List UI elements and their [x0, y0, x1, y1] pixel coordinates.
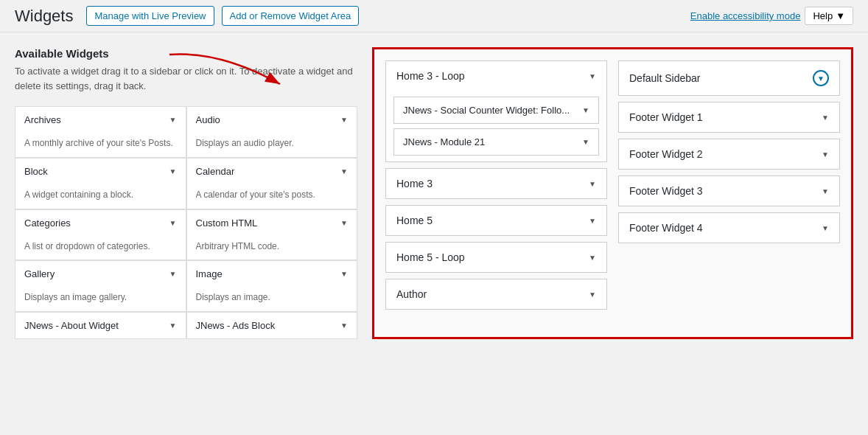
widget-label: Calendar — [196, 166, 235, 177]
col2-areas: Default Sidebar ▼ Footer Widget 1 ▼ Foot… — [618, 60, 840, 326]
inner-widget[interactable]: JNews - Social Counter Widget: Follo... … — [393, 97, 599, 124]
widget-item[interactable]: Archives ▼ A monthly archive of your sit… — [15, 106, 186, 158]
widget-area: Home 3 ▼ — [385, 168, 607, 199]
chevron-down-icon: ▼ — [822, 187, 829, 195]
chevron-down-icon: ▼ — [340, 167, 348, 175]
widget-area-header[interactable]: Footer Widget 4 ▼ — [619, 213, 839, 243]
chevron-down-icon: ▼ — [340, 270, 348, 278]
chevron-down-icon: ▼ — [822, 224, 829, 232]
chevron-down-icon: ▼ — [836, 10, 845, 21]
accessibility-link[interactable]: Enable accessibility mode — [690, 10, 801, 21]
widget-area-label: Home 5 — [396, 215, 433, 226]
widget-label: Gallery — [24, 268, 55, 279]
widget-header[interactable]: Block ▼ — [15, 159, 186, 184]
top-bar-left: Widgets Manage with Live Preview Add or … — [15, 6, 359, 26]
right-panel: Home 3 - Loop ▼ JNews - Social Counter W… — [372, 47, 853, 339]
chevron-down-icon: ▼ — [340, 219, 348, 227]
widget-label: JNews - About Widget — [24, 320, 119, 331]
widget-area-label: Footer Widget 2 — [629, 148, 703, 160]
chevron-down-icon: ▼ — [169, 116, 177, 124]
widget-area: Home 3 - Loop ▼ JNews - Social Counter W… — [385, 60, 607, 162]
widget-area-header[interactable]: Footer Widget 3 ▼ — [619, 176, 839, 206]
widget-area: Footer Widget 1 ▼ — [618, 102, 840, 133]
widget-label: Categories — [24, 218, 71, 229]
chevron-down-icon: ▼ — [340, 116, 348, 124]
widget-item[interactable]: Block ▼ A widget containing a block. — [15, 158, 186, 209]
widget-desc: A calendar of your site's posts. — [187, 184, 357, 209]
widget-item[interactable]: JNews - Ads Block ▼ — [186, 312, 358, 339]
inner-widget-label: JNews - Social Counter Widget: Follo... — [403, 105, 570, 116]
widget-area-label: Footer Widget 1 — [629, 111, 703, 123]
widget-area: Author ▼ — [385, 279, 607, 310]
chevron-down-icon: ▼ — [822, 150, 829, 159]
chevron-down-icon: ▼ — [169, 167, 177, 175]
available-widgets-desc: To activate a widget drag it to a sideba… — [15, 64, 357, 93]
widget-header[interactable]: Audio ▼ — [187, 107, 357, 133]
widget-item[interactable]: Gallery ▼ Displays an image gallery. — [15, 260, 186, 312]
widget-area-header[interactable]: Footer Widget 2 ▼ — [619, 139, 839, 169]
widget-item[interactable]: Custom HTML ▼ Arbitrary HTML code. — [186, 209, 358, 261]
widget-area: Home 5 ▼ — [385, 205, 607, 236]
widget-desc: Displays an image gallery. — [15, 287, 186, 311]
widget-area-label: Home 3 - Loop — [396, 70, 465, 82]
widget-label: Archives — [24, 114, 61, 125]
widget-area-header[interactable]: Home 5 - Loop ▼ — [386, 243, 606, 272]
circle-down-icon: ▼ — [813, 70, 829, 86]
widget-desc: A list or dropdown of categories. — [15, 236, 186, 260]
widget-desc: A widget containing a block. — [15, 184, 186, 209]
widget-label: Block — [24, 166, 48, 177]
widget-area-label: Home 3 — [396, 178, 433, 189]
widget-area: Footer Widget 3 ▼ — [618, 175, 840, 206]
widget-area: Home 5 - Loop ▼ — [385, 242, 607, 273]
widget-area: Default Sidebar ▼ — [618, 60, 840, 96]
widget-area-header[interactable]: Home 5 ▼ — [386, 206, 606, 235]
widget-header[interactable]: Custom HTML ▼ — [187, 210, 357, 236]
widget-item[interactable]: Categories ▼ A list or dropdown of categ… — [15, 209, 186, 261]
widget-area-header[interactable]: Author ▼ — [386, 279, 606, 309]
chevron-down-icon: ▼ — [589, 254, 596, 262]
widget-header[interactable]: Image ▼ — [187, 261, 357, 287]
widget-item[interactable]: Calendar ▼ A calendar of your site's pos… — [186, 158, 358, 209]
chevron-down-icon: ▼ — [582, 138, 589, 146]
help-button[interactable]: Help ▼ — [805, 7, 853, 25]
widget-header[interactable]: Gallery ▼ — [15, 261, 186, 287]
main-content: Available Widgets To activate a widget d… — [0, 32, 868, 354]
widget-area-label: Footer Widget 3 — [629, 185, 703, 197]
chevron-down-icon: ▼ — [169, 321, 177, 330]
manage-live-preview-button[interactable]: Manage with Live Preview — [86, 6, 214, 26]
page-wrapper: Widgets Manage with Live Preview Add or … — [0, 0, 868, 435]
chevron-down-icon: ▼ — [169, 219, 177, 227]
top-bar: Widgets Manage with Live Preview Add or … — [0, 0, 868, 32]
chevron-down-icon: ▼ — [582, 106, 589, 114]
widget-header[interactable]: JNews - About Widget ▼ — [15, 313, 186, 338]
widget-area-header[interactable]: Default Sidebar ▼ — [619, 61, 839, 95]
widget-item[interactable]: Audio ▼ Displays an audio player. — [186, 106, 358, 158]
widget-area-content: JNews - Social Counter Widget: Follo... … — [386, 91, 606, 161]
add-remove-widget-area-button[interactable]: Add or Remove Widget Area — [222, 6, 360, 26]
widget-area-header[interactable]: Footer Widget 1 ▼ — [619, 102, 839, 132]
chevron-down-icon: ▼ — [589, 180, 596, 188]
widget-header[interactable]: Archives ▼ — [15, 107, 186, 133]
widget-label: Custom HTML — [196, 218, 258, 229]
inner-widget-label: JNews - Module 21 — [403, 136, 485, 147]
inner-widget[interactable]: JNews - Module 21 ▼ — [393, 128, 599, 156]
widget-area-header[interactable]: Home 3 - Loop ▼ — [386, 61, 606, 91]
col1-areas: Home 3 - Loop ▼ JNews - Social Counter W… — [385, 60, 607, 326]
chevron-down-icon: ▼ — [340, 321, 348, 330]
widget-area-label: Author — [396, 288, 427, 300]
widget-header[interactable]: Categories ▼ — [15, 210, 186, 236]
widget-desc: Displays an audio player. — [187, 133, 357, 157]
available-widgets-title: Available Widgets — [15, 47, 357, 60]
widget-label: Audio — [196, 114, 220, 125]
widget-header[interactable]: Calendar ▼ — [187, 159, 357, 184]
widget-item[interactable]: JNews - About Widget ▼ — [15, 312, 186, 339]
widget-header[interactable]: JNews - Ads Block ▼ — [187, 313, 357, 338]
top-bar-right: Enable accessibility mode Help ▼ — [690, 7, 853, 25]
widget-area-label: Default Sidebar — [629, 72, 701, 84]
widget-desc: Arbitrary HTML code. — [187, 236, 357, 260]
widget-area-label: Footer Widget 4 — [629, 222, 703, 234]
widget-area-header[interactable]: Home 3 ▼ — [386, 169, 606, 198]
left-panel: Available Widgets To activate a widget d… — [15, 47, 357, 339]
widget-item[interactable]: Image ▼ Displays an image. — [186, 260, 358, 312]
chevron-down-icon: ▼ — [589, 72, 596, 80]
